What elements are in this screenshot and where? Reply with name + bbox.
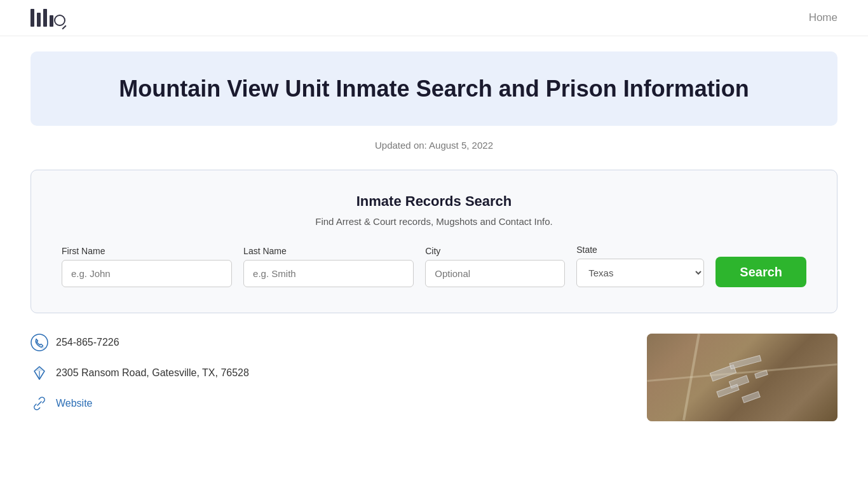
- last-name-label: Last Name: [243, 246, 414, 256]
- state-group: State AlabamaAlaskaArizonaArkansasCalifo…: [576, 245, 704, 287]
- svg-point-0: [31, 334, 48, 351]
- city-label: City: [425, 246, 565, 256]
- search-card-subtitle: Find Arrest & Court records, Mugshots an…: [62, 216, 806, 227]
- search-card: Inmate Records Search Find Arrest & Cour…: [31, 170, 837, 313]
- logo-search-icon: [54, 15, 65, 26]
- phone-icon: [31, 334, 48, 351]
- city-group: City: [425, 246, 565, 287]
- search-button[interactable]: Search: [715, 257, 806, 287]
- phone-item: 254-865-7226: [31, 334, 621, 351]
- first-name-label: First Name: [62, 246, 232, 256]
- map-image: [647, 334, 837, 421]
- address-icon: [31, 364, 48, 382]
- address-item: 2305 Ransom Road, Gatesville, TX, 76528: [31, 364, 621, 382]
- navbar: Home: [0, 0, 868, 36]
- nav-home-link[interactable]: Home: [809, 11, 837, 24]
- info-left: 254-865-7226 2305 Ransom Road, Gatesvill…: [31, 334, 621, 425]
- address-text: 2305 Ransom Road, Gatesville, TX, 76528: [56, 367, 249, 379]
- phone-number: 254-865-7226: [56, 337, 119, 348]
- state-select[interactable]: AlabamaAlaskaArizonaArkansasCaliforniaCo…: [576, 259, 704, 287]
- last-name-group: Last Name: [243, 246, 414, 287]
- satellite-map: [647, 334, 837, 421]
- search-form: First Name Last Name City State AlabamaA…: [62, 245, 806, 287]
- info-section: 254-865-7226 2305 Ransom Road, Gatesvill…: [31, 334, 837, 425]
- first-name-group: First Name: [62, 246, 232, 287]
- logo-bars-icon: [31, 9, 53, 27]
- state-label: State: [576, 245, 704, 255]
- last-name-input[interactable]: [243, 260, 414, 287]
- city-input[interactable]: [425, 260, 565, 287]
- updated-date: Updated on: August 5, 2022: [0, 140, 868, 151]
- first-name-input[interactable]: [62, 260, 232, 287]
- search-card-title: Inmate Records Search: [62, 193, 806, 210]
- hero-banner: Mountain View Unit Inmate Search and Pri…: [31, 51, 837, 126]
- website-link[interactable]: Website: [56, 398, 93, 409]
- link-icon: [31, 395, 48, 412]
- page-title: Mountain View Unit Inmate Search and Pri…: [69, 74, 799, 103]
- logo[interactable]: [31, 9, 65, 27]
- website-item: Website: [31, 395, 621, 412]
